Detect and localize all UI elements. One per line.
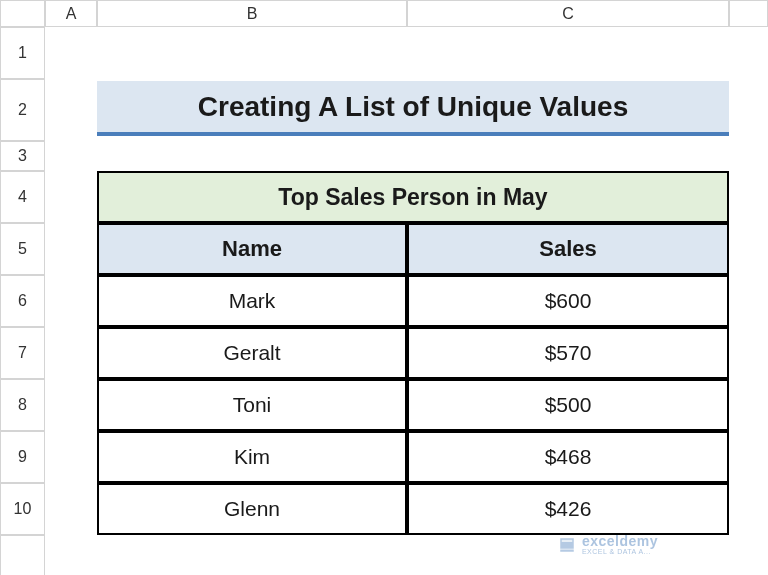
row-header-7[interactable]: 7 <box>0 327 45 379</box>
table-row[interactable]: Kim <box>97 431 407 483</box>
cell-a5[interactable] <box>45 223 97 275</box>
cell-d2[interactable] <box>729 79 768 141</box>
select-all-corner[interactable] <box>0 0 45 27</box>
cell-a7[interactable] <box>45 327 97 379</box>
cell-d7[interactable] <box>729 327 768 379</box>
table-row[interactable]: Geralt <box>97 327 407 379</box>
table-row[interactable]: Mark <box>97 275 407 327</box>
cell-a3[interactable] <box>45 141 97 171</box>
table-row[interactable]: $500 <box>407 379 729 431</box>
cell-a2[interactable] <box>45 79 97 141</box>
col-header-b[interactable]: B <box>97 0 407 27</box>
cell-d1[interactable] <box>729 27 768 79</box>
cell-d10[interactable] <box>729 483 768 535</box>
title-cell[interactable]: Creating A List of Unique Values <box>97 81 729 136</box>
cell-d11[interactable] <box>729 535 768 575</box>
cell-b3[interactable] <box>97 141 407 171</box>
table-row[interactable]: Glenn <box>97 483 407 535</box>
col-header-blank[interactable] <box>729 0 768 27</box>
column-header-sales[interactable]: Sales <box>407 223 729 275</box>
table-row[interactable]: Toni <box>97 379 407 431</box>
cell-c1[interactable] <box>407 27 729 79</box>
row-header-10[interactable]: 10 <box>0 483 45 535</box>
cell-c3[interactable] <box>407 141 729 171</box>
cell-a6[interactable] <box>45 275 97 327</box>
watermark-text: exceldemy EXCEL & DATA A... <box>582 534 658 555</box>
cell-b1[interactable] <box>97 27 407 79</box>
row-header-4[interactable]: 4 <box>0 171 45 223</box>
cell-d4[interactable] <box>729 171 768 223</box>
column-header-name[interactable]: Name <box>97 223 407 275</box>
table-header[interactable]: Top Sales Person in May <box>97 171 729 223</box>
table-row[interactable]: $426 <box>407 483 729 535</box>
cell-a9[interactable] <box>45 431 97 483</box>
cell-d9[interactable] <box>729 431 768 483</box>
watermark-icon <box>558 536 576 554</box>
cell-d8[interactable] <box>729 379 768 431</box>
row-header-3[interactable]: 3 <box>0 141 45 171</box>
cell-a1[interactable] <box>45 27 97 79</box>
cell-a11[interactable] <box>45 535 97 575</box>
watermark-main: exceldemy <box>582 534 658 548</box>
table-row[interactable]: $468 <box>407 431 729 483</box>
cell-a4[interactable] <box>45 171 97 223</box>
row-header-1[interactable]: 1 <box>0 27 45 79</box>
row-header-2[interactable]: 2 <box>0 79 45 141</box>
spreadsheet-grid: A B C 1 2 Creating A List of Unique Valu… <box>0 0 768 575</box>
cell-d3[interactable] <box>729 141 768 171</box>
col-header-c[interactable]: C <box>407 0 729 27</box>
svg-rect-0 <box>562 539 573 541</box>
cell-b11[interactable] <box>97 535 407 575</box>
cell-d5[interactable] <box>729 223 768 275</box>
cell-d6[interactable] <box>729 275 768 327</box>
table-row[interactable]: $570 <box>407 327 729 379</box>
watermark: exceldemy EXCEL & DATA A... <box>558 534 658 555</box>
col-header-a[interactable]: A <box>45 0 97 27</box>
cell-a8[interactable] <box>45 379 97 431</box>
table-row[interactable]: $600 <box>407 275 729 327</box>
row-header-11[interactable] <box>0 535 45 575</box>
row-header-8[interactable]: 8 <box>0 379 45 431</box>
row-header-5[interactable]: 5 <box>0 223 45 275</box>
cell-a10[interactable] <box>45 483 97 535</box>
row-header-9[interactable]: 9 <box>0 431 45 483</box>
row-header-6[interactable]: 6 <box>0 275 45 327</box>
watermark-sub: EXCEL & DATA A... <box>582 548 658 555</box>
